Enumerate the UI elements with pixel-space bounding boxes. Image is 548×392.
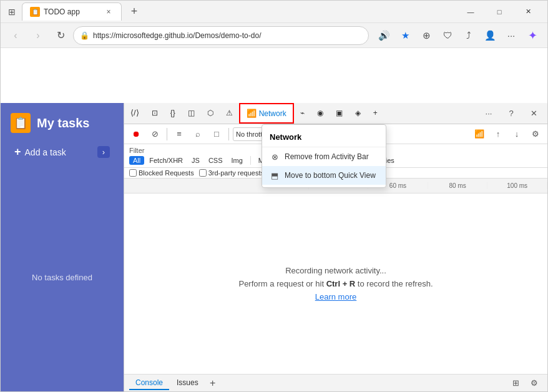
network-wifi-icon: 📶 [247, 109, 257, 118]
tab-application[interactable]: ▣ [330, 103, 349, 124]
blocked-requests-checkbox[interactable] [129, 169, 137, 177]
upload-icon[interactable]: ↑ [490, 126, 506, 142]
download-icon[interactable]: ↓ [509, 126, 525, 142]
devtools-more-controls: ··· ? ✕ [475, 105, 547, 122]
favorites-button[interactable]: ★ [395, 26, 415, 46]
browser-tab[interactable]: 📋 TODO app × [22, 2, 122, 21]
settings-button[interactable]: ⚙ [526, 375, 542, 391]
memory-icon: ◉ [317, 109, 323, 117]
tab-network[interactable]: 📶 Network [239, 103, 294, 124]
tick-80ms: 80 ms [428, 182, 488, 189]
filter-img[interactable]: Img [228, 156, 247, 165]
perf-icon: ⌁ [300, 109, 305, 117]
tab-lighthouse[interactable]: ◈ [349, 103, 367, 124]
filter-sep [250, 156, 251, 165]
tab-close-button[interactable]: × [104, 7, 114, 17]
app-icon-dt: ▣ [336, 109, 343, 117]
filter-all[interactable]: All [129, 156, 144, 165]
separator-2 [228, 128, 229, 140]
devtools-toolbar: ⟨/⟩ ⊡ {} ◫ ⬡ ⚠ [124, 103, 547, 124]
context-menu-title: Network [262, 127, 386, 147]
tab-console[interactable]: ⊡ [145, 103, 164, 124]
devtools-bottom-bar: Console Issues + ⊞ ⚙ [124, 374, 547, 391]
url-text: https://microsoftedge.github.io/Demos/de… [93, 31, 362, 40]
bottom-add-tab-button[interactable]: + [206, 376, 220, 390]
new-tab-button[interactable]: + [125, 3, 143, 21]
third-party-checkbox[interactable] [199, 169, 207, 177]
lighthouse-icon: ◈ [355, 109, 361, 117]
blocked-requests-filter[interactable]: Blocked Requests [129, 169, 194, 177]
collections-button[interactable]: ⊕ [416, 26, 436, 46]
app-title: My tasks [37, 116, 90, 130]
devtools-help-button[interactable]: ? [502, 105, 520, 122]
account-button[interactable]: 👤 [480, 26, 500, 46]
clear-button[interactable]: ⊘ [147, 126, 163, 142]
separator-1 [167, 128, 167, 140]
nav-right-controls: 🔊 ★ ⊕ 🛡 ⤴ 👤 ··· ✦ [374, 26, 542, 46]
context-menu-move[interactable]: ⬒ Move to bottom Quick View [262, 166, 386, 185]
title-bar-left: ⊞ 📋 TODO app × + [6, 2, 143, 21]
filter-fetch-xhr[interactable]: Fetch/XHR [145, 156, 187, 165]
bottom-tab-console[interactable]: Console [129, 376, 169, 390]
tab-3d[interactable]: ⬡ [201, 103, 220, 124]
window-controls: — □ ✕ [456, 1, 542, 23]
devtools-close-button[interactable]: ✕ [525, 105, 542, 122]
remove-icon: ⊗ [270, 152, 280, 162]
tab-favicon: 📋 [30, 7, 40, 17]
tab-memory[interactable]: ◉ [311, 103, 330, 124]
filter-css[interactable]: CSS [205, 156, 227, 165]
third-party-filter[interactable]: 3rd-party requests [199, 169, 264, 177]
maximize-button[interactable]: □ [485, 1, 514, 23]
tab-add[interactable]: + [367, 103, 384, 124]
sources-icon: {} [170, 109, 175, 117]
record-button[interactable]: ⏺ [128, 126, 144, 142]
devtools-more-button[interactable]: ··· [480, 105, 497, 122]
filter-button[interactable]: ≡ [171, 126, 187, 142]
address-bar[interactable]: 🔒 https://microsoftedge.github.io/Demos/… [73, 26, 369, 45]
screenshot-button[interactable]: □ [208, 126, 225, 142]
tab-issues[interactable]: ⚠ [220, 103, 239, 124]
devtools-tabs: ⟨/⟩ ⊡ {} ◫ ⬡ ⚠ [124, 103, 384, 124]
share-button[interactable]: ⤴ [459, 26, 479, 46]
search-button[interactable]: ⌕ [190, 126, 206, 142]
add-task-label: Add a task [25, 147, 66, 157]
tab-sources[interactable]: {} [164, 103, 182, 124]
perform-text: Perform a request or hit Ctrl + R to rec… [238, 279, 433, 288]
bottom-right-controls: ⊞ ⚙ [507, 375, 542, 391]
refresh-button[interactable]: ↻ [51, 26, 71, 46]
more-tools-button[interactable]: ··· [501, 26, 521, 46]
context-menu-remove[interactable]: ⊗ Remove from Activity Bar [262, 147, 386, 166]
browser-logo: ⊞ [6, 6, 18, 18]
wifi-icon[interactable]: 📶 [471, 126, 487, 142]
back-button[interactable]: ‹ [6, 26, 26, 46]
title-bar: ⊞ 📋 TODO app × + — □ ✕ [1, 1, 547, 23]
forward-button[interactable]: › [28, 26, 48, 46]
undock-button[interactable]: ⊞ [507, 375, 524, 391]
learn-more-link[interactable]: Learn more [315, 292, 356, 301]
close-button[interactable]: ✕ [514, 1, 542, 23]
network-settings-button[interactable]: ⚙ [527, 126, 544, 142]
tab-elements[interactable]: ⟨/⟩ [124, 103, 145, 124]
add-task-arrow: › [97, 146, 110, 158]
add-task-button[interactable]: + Add a task › [8, 140, 116, 164]
navigation-bar: ‹ › ↻ 🔒 https://microsoftedge.github.io/… [1, 23, 547, 48]
filter-js[interactable]: JS [188, 156, 203, 165]
tab-performance[interactable]: ⌁ [294, 103, 311, 124]
main-area: 📋 My tasks + Add a task › No tasks defin… [1, 48, 547, 391]
devtools-panel: ⟨/⟩ ⊡ {} ◫ ⬡ ⚠ [124, 103, 547, 391]
todo-app-panel: 📋 My tasks + Add a task › No tasks defin… [1, 103, 124, 391]
lock-icon: 🔒 [80, 31, 89, 40]
network-empty-state: Recording network activity... Perform a … [124, 194, 547, 374]
tab-performance-record[interactable]: ◫ [182, 103, 201, 124]
bottom-tab-issues[interactable]: Issues [170, 376, 205, 390]
copilot-button[interactable]: ✦ [522, 26, 542, 46]
app-header: 📋 My tasks [1, 103, 124, 140]
minimize-button[interactable]: — [456, 1, 485, 23]
issues-icon: ⚠ [226, 109, 233, 117]
browser-essentials-button[interactable]: 🛡 [438, 26, 457, 46]
network-tab-label: Network [259, 109, 286, 118]
third-party-label: 3rd-party requests [208, 169, 264, 177]
perf-record-icon: ◫ [188, 109, 195, 117]
read-aloud-button[interactable]: 🔊 [374, 26, 394, 46]
add-task-icon: + [14, 145, 21, 159]
